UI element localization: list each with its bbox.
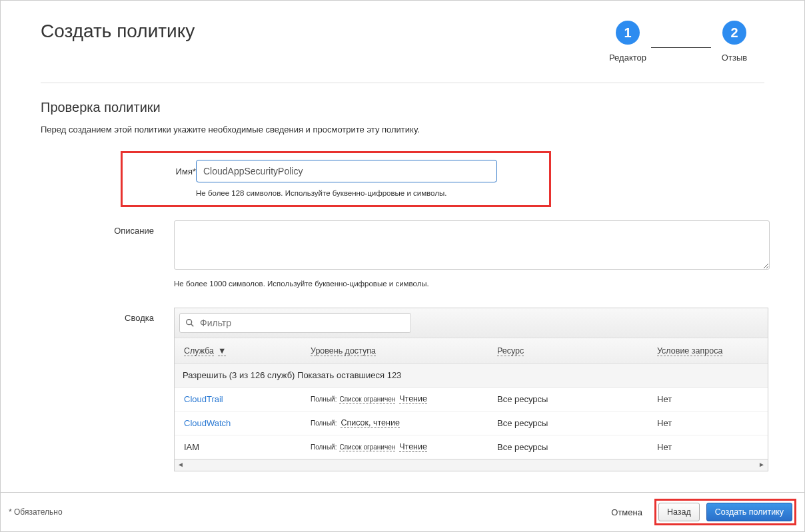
access-full: Полный: — [311, 419, 337, 427]
search-icon — [185, 318, 195, 328]
wizard-step-2[interactable]: 2 Отзыв — [711, 21, 758, 63]
table-row: CloudWatchПолный:Список, чтениеВсе ресур… — [175, 411, 768, 435]
summary-header-row: Служба▼ Уровень доступа Ресурс Условие з… — [175, 338, 768, 364]
col-access[interactable]: Уровень доступа — [311, 346, 376, 356]
wizard-steps: 1 Редактор 2 Отзыв — [604, 21, 758, 63]
back-button[interactable]: Назад — [658, 503, 700, 521]
filter-input-wrap[interactable] — [179, 313, 411, 333]
table-row: CloudTrailПолный:Список ограниченЧтениеВ… — [175, 388, 768, 411]
required-note: * Обязательно — [9, 507, 611, 517]
wizard-step-2-num: 2 — [722, 21, 746, 45]
cancel-link[interactable]: Отмена — [611, 507, 642, 517]
access-full: Полный: — [311, 443, 337, 451]
name-label: Имя* — [156, 160, 196, 182]
col-resource[interactable]: Ресурс — [497, 346, 524, 356]
col-service[interactable]: Служба — [184, 346, 214, 356]
resource-cell: Все ресурсы — [497, 394, 657, 404]
allow-summary-row[interactable]: Разрешить (3 из 126 служб) Показать оста… — [175, 364, 768, 388]
table-row: IAMПолный:Список ограниченЧтениеВсе ресу… — [175, 435, 768, 459]
policy-name-input[interactable] — [196, 160, 497, 182]
resource-cell: Все ресурсы — [497, 418, 657, 428]
service-link[interactable]: CloudWatch — [184, 418, 231, 428]
service-text: IAM — [181, 442, 311, 452]
access-main: Чтение — [399, 442, 427, 452]
filter-input[interactable] — [199, 317, 405, 329]
footer-highlight-box: Назад Создать политику — [654, 499, 796, 525]
access-full: Полный: — [311, 396, 337, 403]
sort-caret-icon[interactable]: ▼ — [218, 346, 226, 356]
wizard-step-1-label: Редактор — [609, 53, 646, 63]
svg-line-1 — [191, 324, 194, 327]
footer-bar: * Обязательно Отмена Назад Создать полит… — [1, 492, 804, 531]
create-policy-button[interactable]: Создать политику — [706, 503, 792, 521]
condition-cell: Нет — [657, 442, 761, 452]
scroll-right-icon[interactable]: ► — [758, 461, 765, 468]
access-cell: Полный:Список ограниченЧтение — [311, 442, 497, 452]
name-hint: Не более 128 символов. Используйте букве… — [196, 189, 536, 197]
scroll-left-icon[interactable]: ◄ — [177, 461, 184, 468]
col-condition[interactable]: Условие запроса — [657, 346, 722, 356]
summary-table: Служба▼ Уровень доступа Ресурс Условие з… — [174, 308, 768, 471]
horizontal-scrollbar[interactable]: ◄ ► — [175, 459, 768, 471]
filter-bar — [175, 308, 768, 338]
access-cell: Полный:Список, чтение — [311, 418, 497, 428]
page-title: Создать политику — [41, 21, 195, 42]
wizard-step-2-label: Отзыв — [722, 53, 747, 63]
condition-cell: Нет — [657, 418, 761, 428]
wizard-connector — [651, 47, 711, 48]
service-link[interactable]: CloudTrail — [184, 394, 223, 404]
wizard-step-1-num: 1 — [616, 21, 640, 45]
summary-label: Сводка — [41, 308, 154, 323]
description-label: Описание — [41, 220, 154, 236]
condition-cell: Нет — [657, 394, 761, 404]
resource-cell: Все ресурсы — [497, 442, 657, 452]
section-subtext: Перед созданием этой политики укажите не… — [41, 125, 764, 134]
svg-point-0 — [187, 320, 192, 325]
section-title: Проверка политики — [41, 100, 764, 115]
divider — [41, 83, 764, 83]
access-main: Список, чтение — [341, 418, 399, 428]
access-partial: Список ограничен — [339, 396, 395, 403]
wizard-step-1[interactable]: 1 Редактор — [604, 21, 651, 63]
access-main: Чтение — [399, 394, 427, 404]
description-textarea[interactable] — [174, 220, 770, 270]
access-partial: Список ограничен — [339, 443, 395, 451]
name-highlight-box: Имя* Не более 128 символов. Используйте … — [121, 151, 551, 207]
description-hint: Не более 1000 символов. Используйте букв… — [174, 280, 770, 288]
access-cell: Полный:Список ограниченЧтение — [311, 394, 497, 404]
